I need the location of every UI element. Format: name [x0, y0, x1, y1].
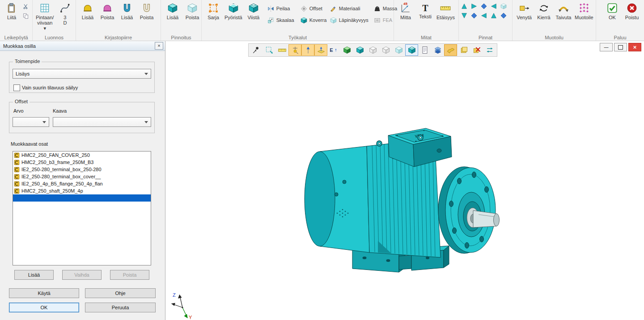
model-viewport[interactable]: E — ×: [165, 41, 644, 320]
rotate-button[interactable]: Kierrä: [534, 1, 554, 20]
surface-tool-icon[interactable]: [470, 12, 478, 19]
fillet-button[interactable]: Pyöristä: [223, 1, 244, 20]
surface-tool-icon[interactable]: [461, 12, 468, 19]
mirror-button[interactable]: Peilaa: [266, 3, 299, 14]
close-button[interactable]: ×: [628, 43, 641, 51]
surface-tool-icon[interactable]: [490, 3, 497, 10]
surface-tool-icon[interactable]: [500, 3, 507, 10]
list-item[interactable]: IE2_250-280_terminal_box_cover__: [13, 173, 151, 180]
snap-direction-button[interactable]: [301, 44, 314, 56]
list-item[interactable]: IE2_250-280_terminal_box_250-280: [13, 166, 151, 173]
hollow-icon: [300, 17, 308, 24]
pattern-button[interactable]: Sarja: [203, 1, 223, 20]
ribbon-group-surfaces: Pinnat: [459, 0, 513, 41]
text-button[interactable]: T Teksti: [415, 1, 435, 19]
surface-tool-icon[interactable]: [480, 3, 487, 10]
cancel-button[interactable]: Peruuta: [85, 303, 156, 312]
surface-tool-icon[interactable]: [480, 12, 487, 19]
view-solid-button[interactable]: [340, 44, 353, 56]
view-hidden-line-button[interactable]: [379, 44, 392, 56]
coating-remove-button[interactable]: Poista: [182, 1, 202, 20]
snap-point-button[interactable]: [288, 44, 301, 56]
library-add-button[interactable]: Lisää: [78, 1, 97, 20]
paste-button[interactable]: Liitä: [2, 1, 21, 20]
list-item[interactable]: IE2_250_4p_B5_flange_250_4p_flan: [13, 180, 151, 187]
dimension-button[interactable]: 45 Mitta: [396, 1, 415, 20]
dialog-titlebar[interactable]: Muokkaa osilla ×: [0, 41, 165, 51]
measure-button[interactable]: [275, 44, 288, 56]
layers-button[interactable]: [431, 44, 444, 56]
list-item[interactable]: HMC2_250_FAN_COVER_250: [13, 152, 151, 159]
exit-ribbon-button[interactable]: Poistu: [622, 1, 642, 20]
ribbon-group-library-feature: Lisää Poista Lisää Poista Kirjastopiirre: [76, 0, 161, 41]
maximize-button[interactable]: [614, 43, 627, 51]
view-shaded-button[interactable]: [353, 44, 366, 56]
list-item[interactable]: HMC2_250_shaft_250M_4p: [13, 187, 151, 194]
pin-button[interactable]: [250, 44, 263, 56]
ribbon: Liitä Leikepöytä Pintaan/ viivaan ▾ 3 D …: [0, 0, 644, 41]
ok-button[interactable]: OK: [9, 303, 79, 312]
z-axis-label: Z: [173, 292, 176, 298]
surface-tool-icon[interactable]: [490, 12, 497, 19]
remove-part-button[interactable]: Poista: [110, 270, 149, 280]
copy-icon[interactable]: [22, 13, 30, 20]
swap-view-button[interactable]: [483, 44, 496, 56]
ribbon-group-dimensions: 45 Mitta T Teksti Etäisyys Mitat: [394, 0, 459, 41]
help-button[interactable]: Ohje: [85, 288, 156, 298]
ok-ribbon-button[interactable]: OK: [602, 1, 622, 20]
kaava-select[interactable]: [53, 117, 151, 127]
library-add-u-button[interactable]: Lisää: [117, 1, 137, 20]
list-item[interactable]: HMC2_250_b3_frame_250M_B3: [13, 159, 151, 166]
snap-plane-button[interactable]: [314, 44, 327, 56]
sketch-3d-button[interactable]: 3 D: [55, 1, 75, 25]
surface-tool-icon[interactable]: [500, 12, 507, 19]
distance-button[interactable]: Etäisyys: [435, 1, 456, 20]
delete-surface-button[interactable]: [470, 44, 483, 56]
surface-mode-button[interactable]: [444, 44, 457, 56]
morph-button[interactable]: Muotoile: [573, 1, 595, 20]
apply-button[interactable]: Käytä: [9, 288, 79, 298]
stretch-button[interactable]: Venytä: [514, 1, 534, 20]
parts-list-label: Muokkaavat osat: [11, 141, 48, 147]
motor-3d-model[interactable]: VEM: [286, 124, 510, 289]
window-controls: — ×: [600, 43, 641, 51]
change-part-button[interactable]: Vaihda: [62, 270, 102, 280]
view-highlight-button[interactable]: [405, 44, 418, 56]
chamfer-button[interactable]: Viistä: [244, 1, 263, 20]
material-button[interactable]: Materiaali: [329, 3, 373, 14]
group-label: Paluu: [596, 35, 644, 40]
library-remove-icon: [102, 2, 113, 14]
view-wireframe-button[interactable]: [366, 44, 379, 56]
keep-largest-volume-checkbox[interactable]: [13, 84, 20, 91]
arvo-select[interactable]: [13, 117, 49, 127]
scale-button[interactable]: Skaalaa: [266, 14, 299, 26]
parts-list[interactable]: HMC2_250_FAN_COVER_250 HMC2_250_b3_frame…: [13, 151, 151, 265]
ribbon-group-tools: Sarja Pyöristä Viistä Peilaa Offset: [202, 0, 394, 41]
library-remove-u-button[interactable]: Poista: [137, 1, 157, 20]
operation-select[interactable]: Lisäys: [13, 69, 151, 79]
coating-add-button[interactable]: Lisää: [163, 1, 182, 20]
hollow-button[interactable]: Koverra: [299, 14, 329, 26]
list-item-selected[interactable]: [13, 194, 151, 202]
surface-mode-icon: [446, 46, 455, 55]
surface-tool-icon[interactable]: [470, 3, 478, 10]
sketch-on-face-button[interactable]: Pintaan/ viivaan ▾: [34, 1, 55, 31]
edit-with-parts-dialog: Muokkaa osilla × Toimenpide Lisäys Vain …: [0, 41, 165, 320]
view-hidden-line-icon: [381, 46, 390, 55]
library-remove-button[interactable]: Poista: [97, 1, 117, 20]
drawing-sheets-button[interactable]: [457, 44, 470, 56]
curve-3d-icon: [59, 2, 71, 14]
bend-button[interactable]: Taivuta: [554, 1, 573, 20]
part-list-button[interactable]: [418, 44, 431, 56]
dialog-close-button[interactable]: ×: [155, 42, 163, 50]
view-transparent-button[interactable]: [392, 44, 405, 56]
snap-edge-button[interactable]: E: [327, 44, 340, 56]
transparency-button[interactable]: Läpinäkyvyys: [329, 14, 373, 26]
cut-icon[interactable]: [22, 3, 30, 10]
minimize-button[interactable]: —: [600, 43, 613, 51]
surface-tool-icon[interactable]: [461, 3, 468, 10]
ribbon-group-sketch: Pintaan/ viivaan ▾ 3 D Luonnos: [33, 0, 76, 41]
add-part-button[interactable]: Lisää: [14, 270, 54, 280]
fit-selection-button[interactable]: [263, 44, 275, 56]
offset-button[interactable]: Offset: [299, 3, 329, 14]
